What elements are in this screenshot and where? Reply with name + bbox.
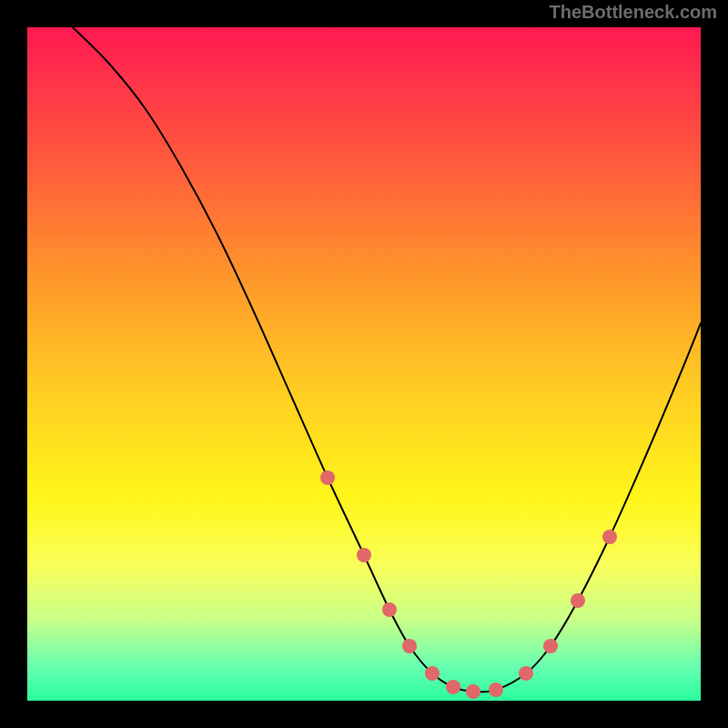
curve-dot (402, 639, 417, 653)
curve-dot (489, 682, 503, 697)
curve-svg (27, 27, 701, 701)
curve-dot (425, 666, 440, 681)
curve-dot (382, 602, 397, 617)
curve-dot (466, 684, 480, 699)
curve-dot (519, 666, 533, 681)
curve-dot (357, 548, 371, 562)
watermark-text: TheBottleneck.com (550, 2, 717, 23)
curve-dot (320, 470, 335, 485)
curve-dot (571, 593, 585, 608)
curve-dot (543, 639, 558, 653)
bottleneck-curve (73, 27, 701, 692)
curve-dot (602, 530, 617, 544)
curve-dot (446, 680, 460, 694)
curve-sample-dots (320, 470, 617, 699)
chart-container: TheBottleneck.com (0, 0, 728, 728)
